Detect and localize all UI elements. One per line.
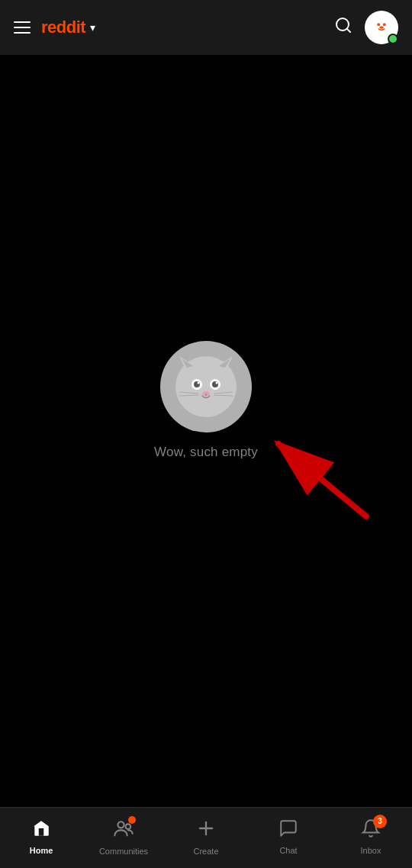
header: reddit ▾ <box>0 0 412 55</box>
communities-icon <box>113 818 134 844</box>
empty-state: Wow, such empty <box>154 341 258 460</box>
doge-icon <box>160 341 252 432</box>
chevron-down-icon: ▾ <box>90 21 95 34</box>
svg-point-10 <box>380 13 383 14</box>
communities-notification-dot <box>128 816 136 824</box>
svg-point-21 <box>216 382 218 384</box>
nav-label-inbox: Inbox <box>361 846 381 855</box>
nav-item-communities[interactable]: Communities <box>82 812 165 862</box>
hamburger-menu-button[interactable] <box>14 21 31 34</box>
empty-message: Wow, such empty <box>154 445 258 460</box>
svg-point-31 <box>126 824 131 829</box>
chat-icon <box>278 818 298 843</box>
svg-point-8 <box>379 27 384 29</box>
reddit-logo[interactable]: reddit ▾ <box>41 18 95 37</box>
svg-line-29 <box>278 444 366 516</box>
bottom-nav: Home Communities Create <box>0 807 412 868</box>
svg-line-1 <box>347 29 350 32</box>
header-left: reddit ▾ <box>14 18 95 37</box>
main-content: Wow, such empty <box>0 55 412 807</box>
nav-label-chat: Chat <box>279 846 297 855</box>
svg-point-20 <box>198 382 200 384</box>
nav-label-communities: Communities <box>99 847 148 856</box>
nav-item-chat[interactable]: Chat <box>247 812 330 861</box>
inbox-icon: 3 <box>361 818 381 843</box>
nav-item-inbox[interactable]: 3 Inbox <box>330 812 412 861</box>
nav-label-home: Home <box>30 846 53 855</box>
nav-item-create[interactable]: Create <box>165 812 247 862</box>
create-icon <box>195 818 217 844</box>
nav-label-create: Create <box>193 847 218 856</box>
online-badge <box>388 34 398 44</box>
home-icon <box>31 818 51 843</box>
svg-point-7 <box>383 23 386 26</box>
svg-point-30 <box>117 821 124 828</box>
header-right <box>334 11 398 44</box>
svg-point-5 <box>385 17 391 24</box>
nav-item-home[interactable]: Home <box>0 812 82 861</box>
search-button[interactable] <box>334 16 352 39</box>
svg-point-6 <box>377 23 380 26</box>
reddit-wordmark: reddit <box>41 18 85 37</box>
inbox-badge: 3 <box>373 815 387 828</box>
svg-point-4 <box>372 17 378 24</box>
user-avatar-button[interactable] <box>365 11 398 44</box>
annotation-arrow <box>237 387 389 539</box>
empty-state-illustration <box>172 352 240 421</box>
